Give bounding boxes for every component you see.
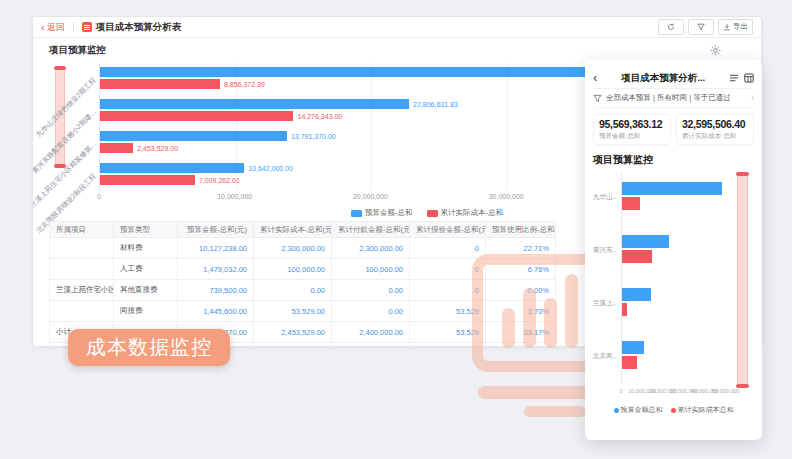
column-header: 累计付款金额-总和(元) bbox=[332, 222, 410, 238]
bar-budget[interactable] bbox=[100, 99, 409, 109]
table-cell-type: 间接费 bbox=[114, 301, 178, 322]
bar-actual[interactable] bbox=[100, 79, 220, 89]
x-tick-label: 0 bbox=[97, 193, 101, 200]
list-icon bbox=[729, 73, 739, 83]
table-cell-budget[interactable]: 1,445,600.00 bbox=[178, 301, 254, 322]
bar-actual[interactable] bbox=[622, 250, 652, 263]
bar-actual[interactable] bbox=[622, 197, 640, 210]
table-cell-project bbox=[50, 301, 114, 322]
table-cell-inspection[interactable]: 0 bbox=[410, 280, 486, 301]
bar-actual[interactable] bbox=[100, 111, 293, 121]
bar-value-label: 13,791,370.00 bbox=[291, 133, 336, 140]
panel-datazoom-slider[interactable] bbox=[737, 173, 748, 387]
filter-funnel-icon bbox=[697, 23, 705, 31]
list-view-button[interactable] bbox=[729, 73, 739, 83]
bar-actual[interactable] bbox=[100, 175, 195, 185]
bar-value-label: 2,453,529.00 bbox=[137, 145, 178, 152]
table-cell-actual[interactable]: 2,453,529.00 bbox=[254, 322, 332, 343]
bar-budget[interactable] bbox=[622, 235, 669, 248]
filter-button[interactable] bbox=[688, 19, 714, 35]
table-cell-payment[interactable]: 5,019,004.01 bbox=[332, 343, 410, 348]
column-header: 预算金额-总和(元) bbox=[178, 222, 254, 238]
export-button[interactable]: 导出 bbox=[718, 19, 753, 35]
gear-icon bbox=[710, 45, 721, 56]
back-label: 返回 bbox=[47, 21, 65, 34]
panel-chart-legend: 预算金额总和累计实际成本总和 bbox=[593, 405, 754, 415]
table-cell-inspection[interactable]: 53,529 bbox=[410, 322, 486, 343]
table-cell-actual[interactable]: 0.00 bbox=[254, 280, 332, 301]
table-cell-actual[interactable]: 53,529.00 bbox=[254, 301, 332, 322]
bar-value-label: 10,642,000.00 bbox=[248, 165, 293, 172]
table-cell-ratio[interactable]: 0.00% bbox=[486, 280, 556, 301]
panel-budget-bar-chart: 九华山..黄河东..兰溪上..北京两.. 010,000,00020,000,0… bbox=[593, 173, 754, 423]
panel-title: 项目成本预算分析... bbox=[597, 72, 729, 85]
column-header: 预算使用比例-总和(%) bbox=[486, 222, 556, 238]
table-cell-ratio[interactable]: 33.17% bbox=[486, 322, 556, 343]
chart-settings-button[interactable] bbox=[710, 45, 721, 56]
table-cell-inspection[interactable]: 0 bbox=[410, 259, 486, 280]
slider-handle-top[interactable] bbox=[736, 172, 749, 176]
table-cell-payment[interactable]: 2,300,000.00 bbox=[332, 238, 410, 259]
legend-item: 累计实际成本-总和 bbox=[427, 208, 504, 218]
stat-value: 32,595,506.40 bbox=[682, 118, 748, 130]
bar-budget[interactable] bbox=[622, 288, 651, 301]
bar-actual[interactable] bbox=[100, 143, 133, 153]
x-tick-label: 20,000,000 bbox=[353, 193, 388, 200]
table-cell-inspection[interactable]: 53,529 bbox=[410, 301, 486, 322]
table-cell-actual[interactable]: 100,000.00 bbox=[254, 259, 332, 280]
chevron-right-icon: › bbox=[751, 93, 754, 103]
stat-value: 95,569,363.12 bbox=[599, 118, 665, 130]
table-cell-budget[interactable]: 1,479,032.00 bbox=[178, 259, 254, 280]
legend-item: 累计实际成本总和 bbox=[671, 405, 734, 415]
bar-actual[interactable] bbox=[622, 356, 637, 369]
table-cell-type: 人工费 bbox=[114, 259, 178, 280]
category-label: 九华山庄绿色物业2期工程 bbox=[34, 75, 98, 139]
stat-label: 累计实际成本·总和 bbox=[682, 132, 748, 141]
table-cell-payment[interactable]: 0.00 bbox=[332, 301, 410, 322]
table-cell-actual[interactable]: 5,019,004.01 bbox=[254, 343, 332, 348]
bar-budget[interactable] bbox=[100, 131, 287, 141]
table-cell-ratio[interactable]: 6.76% bbox=[486, 259, 556, 280]
bar-budget[interactable] bbox=[622, 341, 644, 354]
panel-filter-bar[interactable]: 全部成本预算 | 所有时间 | 等于已通过 › bbox=[593, 89, 754, 108]
refresh-button[interactable] bbox=[658, 19, 684, 35]
panel-x-axis: 010,000,00020,000,00030,000,00040,000,00… bbox=[621, 388, 730, 396]
table-cell-budget[interactable]: 739,500.00 bbox=[178, 280, 254, 301]
export-label: 导出 bbox=[733, 22, 748, 32]
bar-actual[interactable] bbox=[622, 303, 627, 316]
mobile-preview-panel: ‹ 项目成本预算分析... 全部成本预算 | 所有时间 | 等于已通过 › 95… bbox=[585, 60, 762, 440]
table-cell-budget[interactable]: 10,127,238.00 bbox=[178, 238, 254, 259]
legend-label: 累计实际成本-总和 bbox=[441, 208, 504, 218]
legend-label: 累计实际成本总和 bbox=[678, 405, 734, 415]
column-header: 累计实际成本-总和(元) bbox=[254, 222, 332, 238]
chevron-left-icon: ‹ bbox=[41, 23, 45, 32]
bar-value-label: 7,009,262.01 bbox=[199, 177, 240, 184]
grid-line bbox=[371, 63, 372, 191]
table-cell-actual[interactable]: 2,300,000.00 bbox=[254, 238, 332, 259]
table-cell-ratio[interactable]: 22.71% bbox=[486, 238, 556, 259]
bar-budget[interactable] bbox=[622, 182, 722, 195]
panel-section-title: 项目预算监控 bbox=[593, 153, 754, 167]
chart-category-axis: 九华山庄绿色物业2期工程黄河东路配套设施小2期建...兰溪上苑住宅小区精装修第.… bbox=[33, 63, 97, 191]
table-cell-ratio[interactable]: 69.32% bbox=[486, 343, 556, 348]
category-label: 黄河东.. bbox=[593, 246, 619, 255]
table-cell-payment[interactable]: 100,000.00 bbox=[332, 259, 410, 280]
panel-plot-area bbox=[621, 173, 730, 385]
section-title: 项目预算监控 bbox=[49, 44, 106, 57]
table-cell-ratio[interactable]: 3.70% bbox=[486, 301, 556, 322]
bar-budget[interactable] bbox=[100, 163, 244, 173]
cost-data-monitor-badge: 成本数据监控 bbox=[68, 329, 230, 366]
table-cell-payment[interactable]: 0.00 bbox=[332, 280, 410, 301]
grid-line bbox=[507, 63, 508, 191]
export-icon bbox=[723, 23, 731, 31]
legend-item: 预算金额-总和 bbox=[351, 208, 413, 218]
bar-value-label: 8,856,372.39 bbox=[224, 81, 265, 88]
table-cell-project: 兰溪上苑住宅小区精装修第... bbox=[50, 280, 114, 301]
screen: ‹ 返回 项目成本预算分析表 导出 项目预算监控 bbox=[0, 0, 792, 459]
table-cell-inspection[interactable]: 0 bbox=[410, 343, 486, 348]
table-cell-payment[interactable]: 2,400,000.00 bbox=[332, 322, 410, 343]
table-cell-inspection[interactable]: 0 bbox=[410, 238, 486, 259]
back-button[interactable]: ‹ 返回 bbox=[41, 21, 65, 34]
grid-table-icon bbox=[744, 73, 754, 83]
table-view-button[interactable] bbox=[744, 73, 754, 83]
